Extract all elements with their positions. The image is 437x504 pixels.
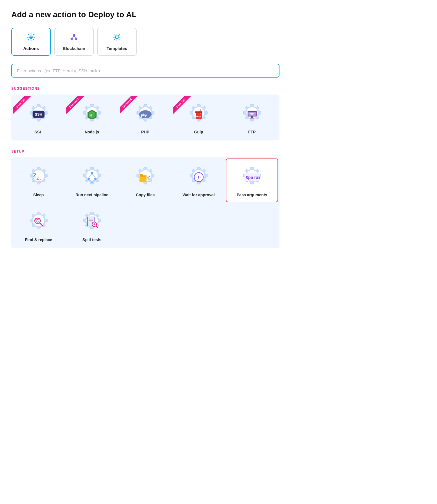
svg-rect-23 <box>195 111 202 113</box>
copy-files-gear <box>133 164 158 190</box>
card-pipeline-label: Run next pipeline <box>75 193 108 197</box>
find-replace-gear <box>26 209 51 235</box>
ftp-inner-icon: FTP <box>246 109 258 119</box>
card-find-replace-label: Find & replace <box>25 237 52 242</box>
tab-actions[interactable]: Actions <box>11 28 51 56</box>
svg-text:+: + <box>119 34 120 36</box>
pipeline-inner-icon <box>86 171 98 183</box>
svg-text:$param: $param <box>246 175 260 180</box>
card-gulp[interactable]: Detected Gulp Gulp <box>172 96 225 139</box>
blockchain-tab-icon <box>69 33 78 44</box>
tab-actions-label: Actions <box>23 46 39 51</box>
actions-tab-icon <box>27 33 36 44</box>
svg-rect-30 <box>250 118 254 118</box>
card-split-tests[interactable]: Split tests <box>66 203 118 247</box>
tab-blockchain[interactable]: Blockchain <box>54 28 94 56</box>
search-bar <box>11 64 279 78</box>
svg-text:Gulp: Gulp <box>196 115 201 118</box>
detected-ribbon-ssh: Detected <box>13 96 33 116</box>
svg-point-9 <box>115 36 118 39</box>
card-ftp[interactable]: FTP FTP <box>226 96 278 139</box>
card-sleep-label: Sleep <box>33 193 44 197</box>
card-nodejs[interactable]: Detected N Node.js <box>66 96 118 139</box>
card-php-label: PHP <box>141 130 149 134</box>
ftp-gear: FTP <box>239 102 265 127</box>
card-ftp-label: FTP <box>248 130 255 134</box>
templates-tab-icon: + <box>112 33 121 44</box>
svg-point-2 <box>30 36 32 38</box>
suggestions-grid: Detected SSH SSH Detected <box>11 94 279 140</box>
svg-line-42 <box>89 180 92 181</box>
tab-templates[interactable]: + Templates <box>97 28 137 56</box>
card-php[interactable]: Detected php PHP <box>119 96 171 139</box>
nodejs-inner-icon: N <box>87 109 97 119</box>
svg-line-40 <box>89 174 92 178</box>
svg-text:Z: Z <box>36 176 39 181</box>
card-find-replace[interactable]: Find & replace <box>12 203 65 247</box>
svg-marker-59 <box>34 220 36 221</box>
sleep-inner-icon: Z Z Z <box>32 172 45 182</box>
svg-rect-52 <box>199 175 200 179</box>
tab-blockchain-label: Blockchain <box>63 46 85 51</box>
svg-point-3 <box>73 34 75 36</box>
svg-rect-29 <box>251 116 253 118</box>
tab-templates-label: Templates <box>106 46 127 51</box>
detected-ribbon-php: Detected <box>120 96 139 116</box>
copy-files-inner-icon <box>139 171 152 183</box>
svg-text:Z: Z <box>33 172 36 179</box>
card-ssh-label: SSH <box>34 130 43 134</box>
card-ssh[interactable]: Detected SSH SSH <box>12 96 65 139</box>
svg-point-36 <box>91 172 93 174</box>
svg-point-37 <box>88 178 90 180</box>
svg-line-41 <box>92 174 95 178</box>
detected-ribbon-gulp: Detected <box>173 96 193 116</box>
ssh-inner-icon: SSH <box>32 111 45 118</box>
svg-line-6 <box>72 36 74 38</box>
card-copy-files-label: Copy files <box>136 193 155 197</box>
setup-grid: Z Z Z Sleep <box>11 157 279 248</box>
page-title: Add a new action to Deploy to AL <box>11 10 279 19</box>
gulp-inner-icon: Gulp <box>194 109 204 120</box>
wait-approval-inner-icon <box>193 171 204 183</box>
sleep-gear: Z Z Z <box>26 164 51 190</box>
svg-text:FTP: FTP <box>250 113 254 115</box>
card-pass-args-label: Pass arguments <box>237 193 267 197</box>
card-wait-approval-label: Wait for approval <box>183 193 215 197</box>
suggestions-label: SUGGESTIONS <box>11 87 279 91</box>
svg-marker-60 <box>40 221 41 222</box>
card-nodejs-label: Node.js <box>85 130 99 134</box>
setup-label: SETUP <box>11 149 279 153</box>
pass-args-inner-icon: $param <box>244 173 260 181</box>
find-replace-inner-icon <box>32 216 45 228</box>
card-pass-arguments[interactable]: $param Pass arguments <box>226 159 278 202</box>
svg-text:N: N <box>89 114 92 117</box>
detected-ribbon-nodejs: Detected <box>66 96 86 116</box>
svg-line-7 <box>74 36 76 38</box>
svg-line-43 <box>92 180 95 181</box>
svg-line-70 <box>96 226 98 228</box>
php-inner-icon: php <box>139 110 152 118</box>
svg-text:php: php <box>141 113 147 117</box>
svg-point-39 <box>91 181 93 183</box>
search-input[interactable] <box>11 64 279 78</box>
card-wait-for-approval[interactable]: Wait for approval <box>172 159 225 202</box>
svg-point-38 <box>94 178 97 180</box>
tabs-container: Actions Blockchain + Templates <box>11 28 279 56</box>
svg-text:Z: Z <box>39 179 41 182</box>
card-gulp-label: Gulp <box>194 130 203 134</box>
split-tests-gear <box>79 209 105 235</box>
svg-point-58 <box>36 219 39 222</box>
card-sleep[interactable]: Z Z Z Sleep <box>12 159 65 202</box>
card-run-next-pipeline[interactable]: Run next pipeline <box>66 159 118 202</box>
svg-rect-51 <box>197 175 198 179</box>
pass-args-gear: $param <box>239 164 265 190</box>
split-tests-inner-icon <box>86 216 98 228</box>
pipeline-gear <box>79 164 105 190</box>
svg-line-61 <box>40 223 43 226</box>
card-split-tests-label: Split tests <box>82 237 101 242</box>
card-copy-files[interactable]: Copy files <box>119 159 171 202</box>
wait-approval-gear <box>186 164 211 190</box>
